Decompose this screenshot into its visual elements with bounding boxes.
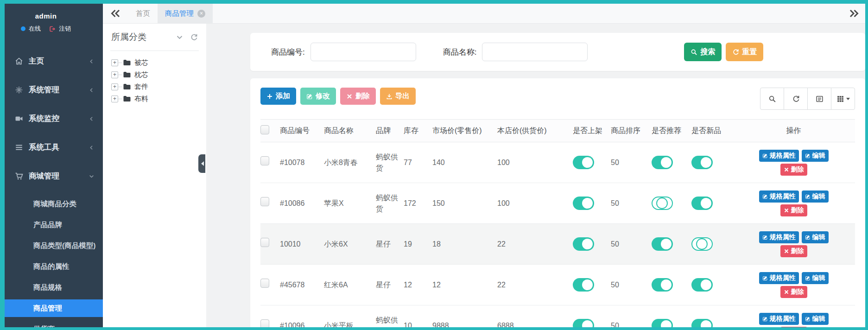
delete-row-button[interactable]: 删除 — [780, 204, 807, 216]
tab-close-icon[interactable]: × — [197, 10, 205, 18]
spec-attr-button[interactable]: 规格属性 — [759, 231, 799, 243]
spec-attr-button[interactable]: 规格属性 — [759, 150, 799, 162]
search-panel: 商品编号: 商品名称: 搜索 重置 — [250, 33, 865, 71]
tab-0[interactable]: 首页 — [128, 4, 158, 23]
spec-attr-button[interactable]: 规格属性 — [759, 190, 799, 203]
edit-row-button[interactable]: 编辑 — [802, 190, 829, 203]
on-sale-toggle[interactable] — [573, 278, 594, 292]
new-product-toggle[interactable] — [691, 278, 713, 292]
spec-attr-button[interactable]: 规格属性 — [759, 272, 799, 284]
sidebar-item-0[interactable]: 主页 — [5, 47, 103, 76]
cell-market-price: 18 — [432, 224, 497, 265]
on-sale-toggle[interactable] — [573, 197, 594, 210]
table-columns-button[interactable] — [831, 88, 855, 110]
cell-market-price: 12 — [432, 265, 497, 305]
table-view-controls — [760, 88, 855, 110]
submenu-item-4[interactable]: 商品规格 — [5, 279, 103, 296]
search-button[interactable]: 搜索 — [684, 43, 722, 61]
delete-button[interactable]: 删除 — [340, 88, 376, 105]
cell-shop-price: 6888 — [497, 305, 573, 328]
tree-refresh-icon[interactable] — [190, 33, 198, 41]
tabs-scroll-right-icon[interactable] — [849, 8, 860, 19]
recommend-toggle[interactable] — [652, 197, 673, 210]
submenu-item-3[interactable]: 商品的属性 — [5, 258, 103, 275]
on-sale-toggle[interactable] — [573, 156, 594, 169]
tab-1[interactable]: 商品管理 × — [158, 4, 213, 23]
recommend-toggle[interactable] — [652, 237, 673, 251]
table-search-button[interactable] — [760, 88, 784, 110]
tree-title: 所属分类 — [111, 31, 169, 43]
cell-brand: 蚂蚁供货 — [376, 305, 404, 328]
delete-row-button[interactable]: 删除 — [780, 286, 807, 298]
sidebar-item-1[interactable]: 系统管理 — [5, 76, 103, 104]
cell-code: 10010 — [280, 224, 324, 265]
add-button[interactable]: 添加 — [260, 88, 296, 105]
editSq-icon — [762, 194, 768, 199]
cell-code: #10078 — [280, 142, 324, 183]
row-checkbox[interactable] — [260, 238, 269, 247]
row-checkbox[interactable] — [260, 197, 269, 206]
tabs-scroll-left-icon[interactable] — [110, 8, 121, 19]
panel-collapse-handle[interactable] — [198, 154, 205, 173]
tree-node-3[interactable]: + 布料 — [111, 93, 198, 105]
tree-node-0[interactable]: + 被芯 — [111, 57, 198, 69]
cell-brand: 蚂蚁供货 — [376, 183, 404, 224]
tree-expander-icon[interactable]: + — [111, 59, 118, 66]
export-button[interactable]: 导出 — [380, 88, 416, 105]
search-icon — [691, 49, 697, 56]
submenu-item-5[interactable]: 商品管理 — [5, 299, 103, 317]
select-all-checkbox[interactable] — [260, 125, 269, 134]
submenu-item-0[interactable]: 商城商品分类 — [5, 195, 103, 213]
recommend-toggle[interactable] — [652, 156, 673, 169]
column-header-5: 本店价(供货价) — [497, 120, 573, 142]
new-product-toggle[interactable] — [691, 156, 713, 169]
delete-row-button[interactable]: 删除 — [780, 164, 807, 176]
modify-button[interactable]: 修改 — [300, 88, 336, 105]
row-checkbox[interactable] — [260, 319, 269, 327]
on-sale-toggle[interactable] — [573, 237, 594, 251]
tree-node-2[interactable]: + 套件 — [111, 81, 198, 93]
recommend-toggle[interactable] — [652, 319, 673, 327]
edit-row-button[interactable]: 编辑 — [802, 231, 829, 243]
spec-attr-button[interactable]: 规格属性 — [759, 313, 799, 325]
reset-button[interactable]: 重置 — [726, 43, 763, 61]
submenu-item-2[interactable]: 商品类型(商品模型) — [5, 237, 103, 254]
tree-collapse-chevron-icon[interactable] — [176, 33, 184, 41]
new-product-toggle[interactable] — [691, 197, 713, 210]
goods-name-input[interactable] — [482, 43, 588, 61]
editSq-icon — [762, 235, 768, 240]
new-product-toggle[interactable] — [691, 319, 713, 327]
gear-icon — [15, 86, 23, 94]
tree-expander-icon[interactable]: + — [111, 83, 118, 90]
new-product-toggle[interactable] — [691, 237, 713, 251]
cell-stock: 12 — [404, 265, 432, 305]
online-status-dot — [21, 26, 25, 31]
table-refresh-button[interactable] — [784, 88, 808, 110]
cell-name: 苹果X — [324, 183, 376, 224]
editSq-icon — [762, 275, 768, 281]
submenu-item-1[interactable]: 产品品牌 — [5, 216, 103, 234]
logout-label[interactable]: 注销 — [59, 25, 71, 33]
delete-row-button[interactable]: 删除 — [780, 327, 807, 328]
delete-row-button[interactable]: 删除 — [780, 245, 807, 257]
tree-expander-icon[interactable]: + — [111, 71, 118, 78]
edit-row-button[interactable]: 编辑 — [802, 313, 829, 325]
row-checkbox[interactable] — [260, 156, 269, 165]
table-detail-view-button[interactable] — [807, 88, 831, 110]
sidebar-item-3[interactable]: 系统工具 — [5, 133, 103, 162]
goods-code-input[interactable] — [310, 43, 416, 61]
on-sale-toggle[interactable] — [573, 319, 594, 327]
submenu-item-6[interactable]: 供货商 — [5, 320, 103, 327]
cell-name: 小米8青春 — [324, 142, 376, 183]
logout-icon[interactable] — [49, 25, 56, 32]
edit-row-button[interactable]: 编辑 — [802, 272, 829, 284]
column-header-1: 商品名称 — [324, 120, 376, 142]
table-row-1: #10086 苹果X 蚂蚁供货 172 150 100 50 规格属性 编辑 删… — [260, 183, 855, 224]
tree-expander-icon[interactable]: + — [111, 95, 118, 102]
edit-row-button[interactable]: 编辑 — [802, 150, 829, 162]
sidebar-item-4[interactable]: 商城管理 — [5, 162, 103, 190]
recommend-toggle[interactable] — [652, 278, 673, 292]
tree-node-1[interactable]: + 枕芯 — [111, 69, 198, 81]
sidebar-item-2[interactable]: 系统监控 — [5, 104, 103, 133]
row-checkbox[interactable] — [260, 279, 269, 288]
